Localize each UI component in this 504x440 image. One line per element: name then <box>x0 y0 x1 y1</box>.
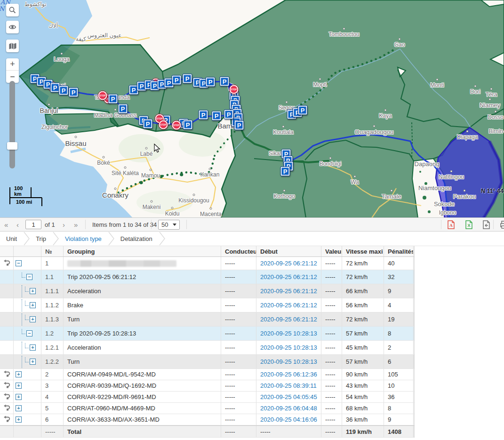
prev-page-button[interactable]: ‹ <box>16 218 19 231</box>
date-link[interactable]: 2020-09-25 10:28:13 <box>260 358 317 365</box>
date-link[interactable]: 2020-09-25 06:21:12 <box>260 260 317 267</box>
expand-toggle[interactable]: + <box>30 302 36 308</box>
route-on-map-button[interactable] <box>3 370 10 379</box>
excel-export-button[interactable]: X <box>464 220 474 230</box>
table-row[interactable]: −1.1Trip 2020-09-25 06:21:12-----2020-09… <box>0 270 414 284</box>
expand-toggle[interactable]: + <box>30 359 36 365</box>
city-dot-icon <box>151 200 153 203</box>
column-header-Grouping: Grouping <box>64 246 221 256</box>
row-number-cell: 5 <box>41 403 64 414</box>
parking-marker-icon[interactable]: P <box>69 88 78 97</box>
stop-marker-icon[interactable]: STOP <box>98 91 107 100</box>
expand-toggle[interactable]: + <box>16 416 22 423</box>
zoom-slider-handle[interactable] <box>7 142 17 150</box>
parking-marker-icon[interactable]: P <box>206 78 215 87</box>
parking-marker-icon[interactable]: P <box>235 121 244 130</box>
date-link[interactable]: 2020-09-25 06:12:36 <box>260 371 317 378</box>
date-link[interactable]: 2020-09-25 10:28:13 <box>260 330 317 337</box>
table-row[interactable]: +2CORR/AM-0949-MD/L-9542-MD-----2020-09-… <box>0 369 414 380</box>
date-link[interactable]: 2020-09-25 06:21:12 <box>260 273 317 280</box>
parking-marker-icon[interactable]: P <box>199 111 208 120</box>
parking-marker-icon[interactable]: P <box>119 104 128 113</box>
expand-toggle[interactable]: + <box>16 405 22 411</box>
table-row[interactable]: −1.2Trip 2020-09-25 10:28:13-----2020-09… <box>0 327 414 341</box>
row-tree-cell: + <box>14 284 41 298</box>
date-link[interactable]: 2020-09-25 10:28:13 <box>260 344 317 351</box>
zoom-slider[interactable] <box>9 81 15 168</box>
print-button[interactable] <box>498 220 504 230</box>
page-size-select[interactable]: 50 <box>158 220 180 230</box>
breadcrumb-item-detalization[interactable]: Detalization <box>119 235 154 242</box>
tree-line-icon <box>22 313 22 326</box>
pdf-export-button[interactable]: A <box>446 220 456 230</box>
route-on-map-button[interactable] <box>3 381 10 390</box>
table-row[interactable]: +1.1.1Acceleration-----2020-09-25 06:21:… <box>0 284 414 298</box>
table-row[interactable]: +6CORR/AX-3633-MD/AX-3651-MD-----2020-09… <box>0 414 414 425</box>
table-row[interactable]: +1.2.1Acceleration-----2020-09-25 10:28:… <box>0 341 414 355</box>
table-row[interactable]: +1.1.2Brake-----2020-09-25 06:21:12-----… <box>0 298 414 312</box>
row-value-cell: ----- <box>321 380 342 391</box>
date-link[interactable]: 2020-09-25 04:05:45 <box>260 393 317 400</box>
parking-marker-icon[interactable]: P <box>224 110 233 119</box>
breadcrumb-item-unit[interactable]: Unit <box>4 235 19 242</box>
breadcrumb-item-trip[interactable]: Trip <box>34 235 48 242</box>
first-page-button[interactable]: « <box>4 218 8 231</box>
date-link[interactable]: 2020-09-25 04:16:06 <box>260 416 317 423</box>
date-link[interactable]: 2020-09-25 06:04:48 <box>260 405 317 412</box>
date-link[interactable]: 2020-09-25 06:21:12 <box>260 288 317 295</box>
table-row[interactable]: -----Total---------------119 km/h1408 <box>0 425 414 438</box>
map-canvas[interactable]: AN N نواكشوطألاككيفةعيون العتروسTombouct… <box>0 0 504 218</box>
expand-toggle[interactable]: + <box>30 344 36 351</box>
stop-marker-icon[interactable]: STOP <box>230 85 239 94</box>
parking-marker-icon[interactable]: P <box>172 76 181 85</box>
table-row[interactable]: +3CORR/AR-9039-MD/Q-1692-MD-----2020-09-… <box>0 380 414 392</box>
table-row[interactable]: −1-----2020-09-25 06:21:12-----72 km/h40 <box>0 257 414 270</box>
parking-marker-icon[interactable]: P <box>212 112 221 120</box>
city-dot-icon <box>145 147 148 150</box>
map-layers-button[interactable] <box>6 40 19 52</box>
parking-marker-icon[interactable]: P <box>220 77 229 86</box>
date-link[interactable]: 2020-09-25 06:21:12 <box>260 302 317 309</box>
expand-toggle[interactable]: + <box>16 394 22 400</box>
parking-marker-icon[interactable]: P <box>144 120 152 128</box>
table-row[interactable]: +4CORR/AR-9229-MD/R-9691-MD-----2020-09-… <box>0 392 414 403</box>
export-file-button[interactable] <box>481 220 491 230</box>
date-link[interactable]: 2020-09-25 08:39:11 <box>260 382 317 389</box>
breadcrumb-item-violation-type[interactable]: Violation type <box>63 235 104 242</box>
row-begin-cell: 2020-09-25 06:21:12 <box>256 312 321 326</box>
route-on-map-button[interactable] <box>3 259 10 268</box>
route-on-map-button[interactable] <box>3 392 10 401</box>
expand-toggle[interactable]: + <box>30 316 36 322</box>
parking-marker-icon[interactable]: P <box>184 120 192 129</box>
table-row[interactable]: +1.1.3Turn-----2020-09-25 06:21:12-----7… <box>0 312 414 327</box>
expand-toggle[interactable]: + <box>16 383 22 389</box>
table-row[interactable]: +5CORR/AT-0960-MD/M-4669-MD-----2020-09-… <box>0 403 414 414</box>
table-row[interactable]: +1.2.2Turn-----2020-09-25 10:28:13-----5… <box>0 355 414 369</box>
last-page-button[interactable]: » <box>74 218 78 231</box>
route-on-map-button[interactable] <box>3 404 10 413</box>
date-link[interactable]: 2020-09-25 06:21:12 <box>260 316 317 323</box>
page-number-input[interactable] <box>25 220 41 229</box>
zoom-in-button[interactable]: + <box>6 58 19 71</box>
stop-marker-icon[interactable]: STOP <box>172 121 181 130</box>
expand-toggle[interactable]: + <box>16 371 22 377</box>
expand-toggle[interactable]: − <box>26 274 32 280</box>
expand-toggle[interactable]: − <box>16 260 22 266</box>
parking-marker-icon[interactable]: P <box>183 74 192 83</box>
search-button[interactable] <box>6 4 19 16</box>
parking-marker-icon[interactable]: P <box>298 106 307 115</box>
parking-marker-icon[interactable]: P <box>281 167 290 176</box>
parking-marker-icon[interactable]: P <box>59 86 68 95</box>
parking-marker-icon[interactable]: P <box>51 83 60 92</box>
pagination-toolbar: « ‹ of 1 › » Items from 1 to 34 of 34 50… <box>0 218 504 232</box>
expand-toggle[interactable]: + <box>30 288 36 294</box>
column-header-Pénalités: Pénalités <box>384 246 414 256</box>
row-map-cell <box>0 380 14 391</box>
parking-marker-icon[interactable]: P <box>109 95 118 104</box>
column-header-Valeur: Valeur <box>321 246 342 256</box>
next-page-button[interactable]: › <box>63 218 65 231</box>
route-on-map-button[interactable] <box>3 415 10 424</box>
visibility-button[interactable] <box>6 21 19 33</box>
stop-marker-icon[interactable]: STOP <box>159 120 168 129</box>
expand-toggle[interactable]: − <box>26 330 32 336</box>
